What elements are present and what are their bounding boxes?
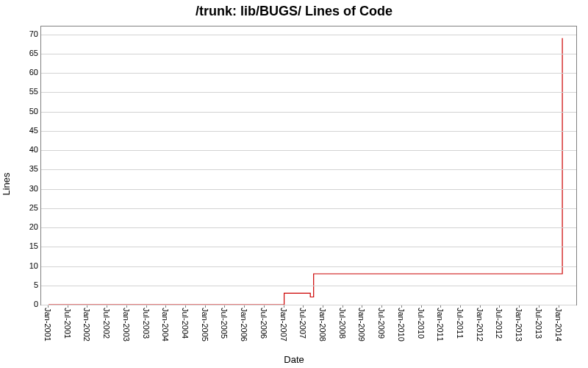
x-tick-label: Jul-2006 — [259, 308, 268, 339]
gridline-h — [41, 305, 576, 305]
gridline-h — [41, 150, 576, 151]
gridline-h — [41, 73, 576, 74]
x-axis-label: Date — [0, 354, 588, 365]
y-tick-label: 35 — [29, 164, 38, 173]
line-series-svg — [41, 26, 576, 305]
gridline-h — [41, 266, 576, 267]
x-tick-label: Jan-2001 — [43, 308, 52, 342]
y-tick-label: 40 — [29, 145, 38, 154]
x-tick-label: Jan-2011 — [436, 308, 445, 342]
x-tick-label: Jul-2011 — [456, 308, 465, 339]
x-tick-label: Jul-2008 — [338, 308, 347, 339]
x-tick-label: Jan-2005 — [201, 308, 209, 342]
y-tick-label: 70 — [29, 29, 38, 38]
x-tick-label: Jul-2001 — [63, 308, 72, 339]
x-tick-label: Jul-2010 — [417, 308, 426, 339]
y-tick-label: 60 — [29, 68, 38, 77]
x-tick-label: Jul-2013 — [534, 308, 543, 339]
x-tick-label: Jan-2012 — [476, 308, 484, 342]
x-tick-label: Jul-2009 — [377, 308, 386, 339]
plot-area — [40, 26, 577, 305]
x-tick-label: Jan-2008 — [318, 308, 327, 342]
x-tick-label: Jul-2002 — [102, 308, 111, 339]
x-tick-label: Jan-2013 — [514, 308, 523, 342]
y-tick-label: 50 — [29, 107, 38, 116]
y-tick-label: 45 — [29, 126, 38, 135]
y-tick-label: 25 — [29, 203, 38, 212]
x-tick-label: Jan-2002 — [82, 308, 91, 342]
y-axis-label: Lines — [1, 172, 12, 195]
chart-container: /trunk: lib/BUGS/ Lines of Code Lines Da… — [0, 0, 588, 368]
gridline-h — [41, 54, 576, 54]
gridline-h — [41, 35, 576, 35]
gridline-h — [41, 92, 576, 93]
gridline-h — [41, 131, 576, 132]
gridline-h — [41, 169, 576, 170]
y-tick-label: 30 — [29, 184, 38, 193]
gridline-h — [41, 208, 576, 209]
gridline-h — [41, 247, 576, 247]
chart-title: /trunk: lib/BUGS/ Lines of Code — [0, 4, 588, 19]
x-tick-label: Jul-2005 — [220, 308, 229, 339]
x-tick-label: Jan-2007 — [279, 308, 288, 342]
y-tick-label: 10 — [29, 261, 38, 270]
gridline-h — [41, 112, 576, 113]
gridline-h — [41, 286, 576, 286]
x-tick-label: Jul-2004 — [181, 308, 190, 339]
gridline-h — [41, 227, 576, 228]
x-tick-label: Jul-2003 — [142, 308, 151, 339]
x-tick-label: Jan-2014 — [554, 308, 563, 342]
x-tick-label: Jan-2009 — [357, 308, 366, 342]
x-tick-label: Jan-2006 — [240, 308, 248, 342]
y-tick-label: 20 — [29, 222, 38, 231]
y-tick-label: 65 — [29, 49, 38, 57]
x-tick-label: Jul-2007 — [298, 308, 307, 339]
x-tick-label: Jan-2004 — [161, 308, 170, 342]
y-tick-label: 5 — [34, 280, 38, 289]
x-tick-label: Jan-2003 — [122, 308, 131, 342]
y-tick-label: 0 — [34, 300, 38, 308]
x-tick-label: Jul-2012 — [495, 308, 503, 339]
y-tick-label: 15 — [29, 241, 38, 250]
gridline-h — [41, 189, 576, 190]
y-tick-label: 55 — [29, 87, 38, 96]
x-tick-label: Jan-2010 — [397, 308, 406, 342]
